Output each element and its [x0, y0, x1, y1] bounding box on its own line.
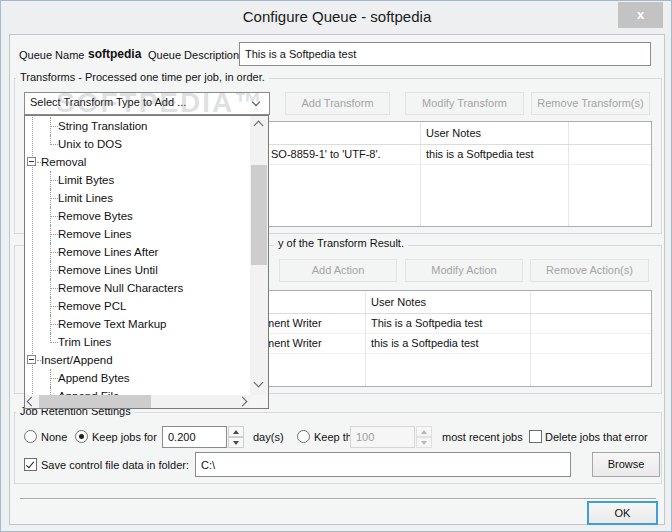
spinner-down-icon — [233, 441, 239, 445]
dropdown-item[interactable]: Remove Bytes — [25, 207, 250, 225]
scroll-right-icon[interactable] — [238, 397, 248, 407]
tree-line — [51, 270, 58, 271]
modify-transform-button[interactable]: Modify Transform — [405, 92, 524, 115]
spinner-up-button[interactable] — [228, 426, 244, 437]
check-icon — [26, 460, 34, 469]
dropdown-item[interactable]: Limit Lines — [25, 189, 250, 207]
close-icon: x — [637, 7, 644, 22]
tree-line — [51, 378, 58, 379]
scroll-down-icon[interactable] — [254, 378, 264, 388]
spinner-down-button[interactable] — [416, 437, 432, 448]
transform-user-notes: this is a Softpedia test — [426, 148, 534, 160]
scroll-up-icon[interactable] — [254, 121, 264, 131]
queue-description-text: This is a Softpedia test — [245, 48, 356, 60]
tree-line — [51, 234, 58, 235]
delete-jobs-error-checkbox[interactable] — [529, 430, 542, 443]
save-control-file-checkbox[interactable] — [24, 458, 37, 471]
horizontal-scrollbar[interactable] — [25, 395, 250, 408]
dropdown-item[interactable]: Trim Lines — [25, 333, 250, 351]
action-description: ment Writer — [265, 337, 322, 349]
tree-line — [51, 126, 58, 127]
modify-action-button[interactable]: Modify Action — [405, 259, 523, 282]
none-radio[interactable] — [24, 430, 37, 443]
transforms-group-label: Transforms - Processed one time per job,… — [16, 71, 269, 84]
title-bar[interactable]: Configure Queue - softpedia x — [1, 1, 672, 33]
browse-button[interactable]: Browse — [592, 452, 660, 477]
scroll-left-icon[interactable] — [27, 397, 37, 407]
vertical-scrollbar[interactable] — [250, 116, 268, 395]
keep-jobs-for-radio[interactable] — [75, 430, 88, 443]
recent-jobs-stepper[interactable] — [416, 426, 432, 448]
tree-line — [51, 288, 58, 289]
none-label: None — [41, 431, 67, 444]
user-notes-header: User Notes — [426, 127, 481, 139]
queue-name-label: Queue Name — [19, 49, 84, 62]
keep-days-input[interactable]: 0.200 — [162, 426, 227, 448]
add-transform-button[interactable]: Add Transform — [285, 92, 390, 115]
transform-type-combobox[interactable]: Select Transform Type to Add ... — [24, 92, 270, 115]
collapse-icon[interactable] — [27, 355, 36, 364]
delete-jobs-error-label: Delete jobs that error — [545, 431, 648, 444]
radio-dot — [79, 434, 84, 439]
add-action-button[interactable]: Add Action — [279, 259, 397, 282]
tree-line — [51, 180, 58, 181]
action-user-notes: This is a Softpedia test — [371, 317, 482, 329]
dropdown-item[interactable]: Remove Lines Until — [25, 261, 250, 279]
days-label: day(s) — [253, 431, 284, 444]
footer-divider — [20, 498, 656, 500]
tree-line — [51, 144, 58, 145]
control-file-folder-input[interactable]: C:\ — [195, 452, 571, 477]
window-title: Configure Queue - softpedia — [1, 1, 672, 33]
chevron-down-icon — [252, 98, 260, 106]
dropdown-item[interactable]: String Translation — [25, 117, 250, 135]
tree-line — [51, 324, 58, 325]
most-recent-jobs-label: most recent jobs — [442, 431, 523, 444]
queue-description-label: Queue Description — [148, 49, 239, 62]
tree-line — [51, 216, 58, 217]
action-description: ment Writer — [265, 317, 322, 329]
spinner-up-button[interactable] — [416, 426, 432, 437]
vertical-scrollbar-thumb[interactable] — [251, 165, 267, 265]
dropdown-item[interactable]: Limit Bytes — [25, 171, 250, 189]
configure-queue-dialog: Configure Queue - softpedia x Queue Name… — [0, 0, 672, 532]
tree-line — [51, 306, 58, 307]
close-button[interactable]: x — [618, 2, 663, 28]
spinner-down-icon — [421, 441, 427, 445]
dropdown-item[interactable]: Unix to DOS — [25, 135, 250, 153]
keep-jobs-for-label: Keep jobs for — [92, 431, 157, 444]
dropdown-item[interactable]: Append Bytes — [25, 369, 250, 387]
dropdown-item[interactable]: Remove Lines After — [25, 243, 250, 261]
collapse-icon[interactable] — [27, 157, 36, 166]
dialog-body: Queue Name softpedia Queue Description T… — [9, 34, 665, 525]
actions-group-label: y of the Transform Result. — [274, 237, 408, 250]
keep-the-radio[interactable] — [297, 430, 310, 443]
dropdown-item[interactable]: Removal — [25, 153, 250, 171]
save-control-file-label: Save control file data in folder: — [41, 459, 189, 472]
recent-jobs-input[interactable]: 100 — [350, 426, 415, 448]
remove-actions-button[interactable]: Remove Action(s) — [530, 259, 649, 282]
dropdown-item[interactable]: Remove Text Markup — [25, 315, 250, 333]
transform-description: SO-8859-1' to 'UTF-8'. — [271, 148, 381, 160]
spinner-up-icon — [421, 430, 427, 434]
dropdown-item[interactable]: Remove Lines — [25, 225, 250, 243]
dropdown-item[interactable]: Remove Null Characters — [25, 279, 250, 297]
ok-button[interactable]: OK — [587, 501, 658, 525]
transform-type-dropdown-list[interactable]: String Translation Unix to DOS Removal L… — [24, 115, 269, 409]
tree-line — [51, 342, 58, 343]
remove-transforms-button[interactable]: Remove Transform(s) — [531, 92, 650, 115]
horizontal-scrollbar-thumb[interactable] — [39, 395, 151, 408]
queue-description-input[interactable]: This is a Softpedia test — [239, 42, 651, 66]
action-user-notes: this is a Softpedia test — [371, 337, 479, 349]
user-notes-header: User Notes — [371, 296, 426, 308]
transform-type-combobox-value: Select Transform Type to Add ... — [30, 96, 186, 108]
dropdown-item[interactable]: Insert/Append — [25, 351, 250, 369]
dropdown-item[interactable]: Remove PCL — [25, 297, 250, 315]
spinner-up-icon — [233, 430, 239, 434]
scrollbar-corner — [250, 395, 268, 408]
keep-days-stepper[interactable] — [228, 426, 244, 448]
queue-name-value: softpedia — [88, 48, 141, 61]
tree-line — [51, 252, 58, 253]
tree-line — [51, 198, 58, 199]
spinner-down-button[interactable] — [228, 437, 244, 448]
